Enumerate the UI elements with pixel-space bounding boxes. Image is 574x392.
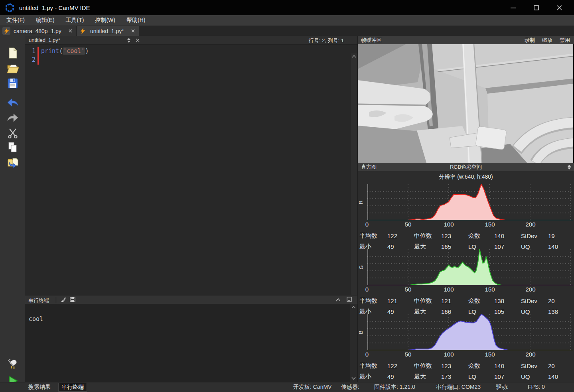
stat-label: 众数 [468, 232, 494, 240]
code-line: 1 print('cool') [25, 47, 357, 55]
canmv-ide-window: untitled_1.py - CanMV IDE 文件(F) 编辑(E) 工具… [0, 0, 574, 392]
terminal-scrollbar[interactable] [350, 304, 357, 382]
record-button[interactable]: 录制 [525, 37, 535, 44]
maximize-button[interactable] [525, 0, 548, 15]
python-file-icon [2, 27, 10, 35]
stat-label: StDev [521, 297, 548, 304]
file-tabbar: camera_480p_1.py untitled_1.py* [0, 26, 574, 36]
camera-frame-image [358, 44, 574, 163]
menu-edit[interactable]: 编辑(E) [30, 15, 60, 26]
menu-tools[interactable]: 工具(T) [60, 15, 90, 26]
histogram-plot-g: G [367, 249, 573, 285]
stat-value: 140 [548, 373, 573, 380]
tab-close-icon[interactable] [69, 29, 72, 33]
terminal-title: 串行终端 [28, 297, 49, 304]
toolbar-sidebar [0, 36, 25, 382]
stat-value: 107 [494, 373, 521, 380]
stat-label: 中位数 [414, 297, 441, 305]
new-file-button[interactable] [6, 46, 20, 60]
histogram-header: 直方图 RGB色彩空间 [358, 163, 574, 171]
histogram-plot-b: B [367, 314, 573, 350]
redo-button[interactable] [6, 111, 20, 124]
code-line: 2 [25, 55, 357, 64]
line-number-current: 2 [25, 55, 36, 64]
x-axis-ticks: 050100150200 [358, 286, 574, 295]
editor-header: untitled_1.py* 行号: 2, 列号: 1 [25, 36, 357, 45]
clear-terminal-icon[interactable] [60, 297, 66, 304]
disable-button[interactable]: 禁用 [560, 37, 570, 44]
menu-help[interactable]: 帮助(H) [121, 15, 151, 26]
terminal-header: 串行终端 [25, 295, 357, 304]
stat-value: 19 [548, 232, 573, 239]
expand-terminal-icon[interactable] [347, 297, 352, 303]
serial-terminal-tab[interactable]: 串行终端 [58, 383, 87, 392]
channel-label: G [358, 265, 364, 269]
tab-close-icon[interactable] [131, 29, 135, 33]
colorspace-dropdown-arrows-icon[interactable] [568, 165, 571, 169]
statusbar: 搜索结果 串行终端 开发板: CanMV 传感器: 固件版本: 1.21.0 串… [0, 382, 574, 392]
stat-value: 122 [387, 362, 414, 369]
modified-lines-marker [37, 47, 39, 65]
menu-file[interactable]: 文件(F) [1, 15, 30, 26]
histogram-body: 分辨率 (w:640, h:480) R 050100150200 平均数122… [358, 171, 574, 382]
document-close-icon[interactable] [136, 37, 140, 43]
board-status: 开发板: CanMV [293, 384, 331, 391]
menu-control[interactable]: 控制(W) [89, 15, 121, 26]
histogram-plot-r: R [367, 184, 573, 220]
serial-terminal-output[interactable]: cool [25, 304, 357, 382]
stat-value: 49 [387, 373, 414, 380]
stat-label: 最小 [359, 373, 387, 380]
stat-value: 122 [387, 232, 414, 239]
stat-label: 平均数 [359, 362, 387, 370]
document-selector-icon[interactable] [127, 38, 130, 43]
terminal-output-text: cool [29, 315, 43, 323]
frame-buffer-panel: 帧缓冲区 录制 缩放 禁用 [357, 36, 574, 382]
stat-label: StDev [521, 362, 548, 369]
paste-button[interactable] [6, 156, 20, 169]
line-number: 1 [25, 47, 36, 55]
histogram-stats-r: 平均数122 中位数123 众数140 StDev19 最小49 最大165 L… [359, 230, 573, 252]
stat-value: 123 [441, 362, 468, 369]
search-results-tab[interactable]: 搜索结果 [28, 384, 51, 391]
histogram-stats-b: 平均数122 中位数123 众数140 StDev20 最小49 最大173 L… [359, 360, 573, 382]
close-button[interactable] [548, 0, 571, 15]
stat-label: 中位数 [414, 362, 441, 370]
titlebar: untitled_1.py - CanMV IDE [0, 0, 574, 15]
open-file-button[interactable] [6, 61, 20, 75]
stat-label: 平均数 [359, 232, 387, 240]
collapse-terminal-icon[interactable] [336, 297, 341, 303]
tab-untitled[interactable]: untitled_1.py* [77, 26, 139, 36]
x-axis-ticks: 050100150200 [358, 221, 574, 230]
zoom-button[interactable]: 缩放 [542, 37, 552, 44]
cut-button[interactable] [6, 126, 20, 140]
document-title: untitled_1.py* [29, 37, 60, 43]
serial-port-status: 串行端口: COM23 [436, 384, 481, 391]
stat-value: 140 [494, 362, 521, 369]
separator [56, 297, 56, 303]
frame-buffer-title: 帧缓冲区 [361, 37, 382, 44]
channel-label: B [358, 331, 364, 334]
stat-value: 121 [387, 297, 414, 304]
code-text: print('cool') [41, 47, 89, 55]
save-file-button[interactable] [6, 77, 20, 90]
tab-camera-480p[interactable]: camera_480p_1.py [0, 26, 77, 36]
colorspace-dropdown[interactable]: RGB色彩空间 [358, 163, 574, 171]
frame-buffer-header: 帧缓冲区 录制 缩放 禁用 [358, 36, 574, 44]
histogram-block-b: B 050100150200 平均数122 中位数123 众数140 StDev… [358, 314, 574, 380]
stat-label: 中位数 [414, 232, 441, 240]
stat-value: 123 [441, 232, 468, 239]
connect-button[interactable] [6, 358, 20, 372]
stat-label: UQ [521, 373, 548, 380]
undo-button[interactable] [6, 96, 20, 109]
stat-value: 140 [494, 232, 521, 239]
copy-button[interactable] [6, 141, 20, 154]
editor-scrollbar[interactable] [350, 53, 357, 304]
save-log-icon[interactable] [70, 297, 75, 303]
histogram-block-r: R 050100150200 平均数122 中位数123 众数140 StDev… [358, 184, 574, 250]
histogram-block-g: G 050100150200 平均数121 中位数121 众数138 StDev… [358, 249, 574, 315]
stat-value: 121 [441, 297, 468, 304]
app-logo-icon [5, 3, 14, 12]
code-editor[interactable]: 1 print('cool') 2 [25, 45, 357, 295]
minimize-button[interactable] [501, 0, 525, 15]
stat-label: LQ [468, 373, 494, 380]
